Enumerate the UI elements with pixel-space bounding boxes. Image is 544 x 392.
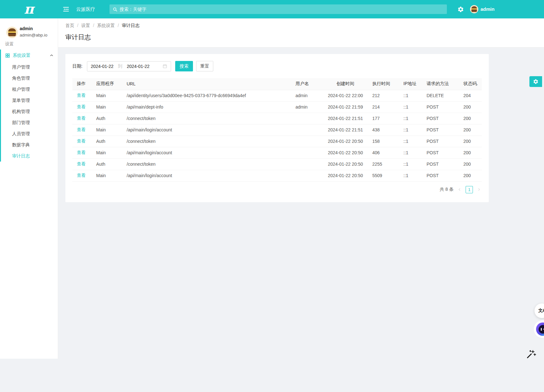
cell-user bbox=[291, 158, 323, 170]
global-search[interactable] bbox=[109, 4, 447, 14]
translate-icon: 文A bbox=[538, 308, 544, 314]
table-row: 查看 Main /api/main/dept-info admin 2024-0… bbox=[72, 101, 482, 113]
cell-user bbox=[291, 124, 323, 136]
cell-status: 200 bbox=[459, 113, 482, 124]
cell-ip: ::1 bbox=[399, 158, 422, 170]
settings-gear-icon[interactable] bbox=[457, 6, 464, 13]
sidebar-section-label: 设置 bbox=[5, 41, 14, 47]
sidebar-user-name: admin bbox=[20, 26, 33, 31]
filter-bar: 日期: 2024-01-22 到 2024-01-22 搜索 重置 bbox=[72, 61, 482, 71]
cell-status: 200 bbox=[459, 124, 482, 136]
robot-icon bbox=[539, 325, 544, 334]
cell-elapsed: 158 bbox=[368, 136, 399, 147]
view-link[interactable]: 查看 bbox=[72, 170, 92, 181]
view-link[interactable]: 查看 bbox=[72, 101, 92, 113]
sidebar-item-audit-log[interactable]: 审计日志 bbox=[1, 150, 58, 162]
cell-user: admin bbox=[291, 90, 323, 101]
content-card: 日期: 2024-01-22 到 2024-01-22 搜索 重置 操作 应用程… bbox=[65, 54, 489, 202]
cell-user bbox=[291, 147, 323, 158]
cell-method: POST bbox=[422, 113, 459, 124]
cell-status: 200 bbox=[459, 170, 482, 181]
app-root: π 云派医疗 admin bbox=[0, 0, 544, 392]
chevron-up-icon bbox=[50, 54, 53, 57]
cell-created: 2024-01-22 20:50 bbox=[323, 170, 368, 181]
view-link[interactable]: 查看 bbox=[72, 124, 92, 136]
cell-url: /connect/token bbox=[122, 158, 291, 170]
cell-created: 2024-01-22 20:50 bbox=[323, 158, 368, 170]
cell-created: 2024-01-22 21:59 bbox=[323, 101, 368, 113]
cell-elapsed: 212 bbox=[368, 90, 399, 101]
view-link[interactable]: 查看 bbox=[72, 147, 92, 158]
cell-status: 200 bbox=[459, 136, 482, 147]
title-strip: 首页 / 设置 / 系统设置 / 审计日志 审计日志 bbox=[58, 18, 544, 48]
breadcrumb-settings[interactable]: 设置 bbox=[81, 23, 90, 29]
cell-url: /api/identity/users/3a0d00ee-9425-0373-6… bbox=[122, 90, 291, 101]
sidebar-item-menu-management[interactable]: 菜单管理 bbox=[1, 95, 58, 106]
date-to-value[interactable]: 2024-01-22 bbox=[127, 64, 150, 69]
col-status: 状态码. bbox=[459, 78, 482, 90]
reset-button[interactable]: 重置 bbox=[196, 61, 213, 71]
magic-wand-button[interactable] bbox=[526, 349, 536, 359]
cell-app: Main bbox=[92, 101, 122, 113]
breadcrumb-separator: / bbox=[93, 23, 94, 29]
prev-page-icon[interactable] bbox=[457, 186, 462, 193]
sidebar-group-system-settings[interactable]: 系统设置 bbox=[1, 50, 58, 62]
breadcrumb-system-settings[interactable]: 系统设置 bbox=[97, 23, 115, 29]
date-to-label: 到 bbox=[118, 63, 123, 69]
cell-elapsed: 5509 bbox=[368, 170, 399, 181]
cell-user bbox=[291, 113, 323, 124]
view-link[interactable]: 查看 bbox=[72, 136, 92, 147]
ai-assistant-button[interactable] bbox=[536, 322, 544, 336]
view-link[interactable]: 查看 bbox=[72, 90, 92, 101]
cell-ip: ::1 bbox=[399, 90, 422, 101]
cell-elapsed: 214 bbox=[368, 101, 399, 113]
cell-status: 200 bbox=[459, 158, 482, 170]
date-filter-label: 日期: bbox=[72, 63, 83, 69]
table-row: 查看 Main /api/main/login/account 2024-01-… bbox=[72, 147, 482, 158]
sidebar-item-staff-management[interactable]: 人员管理 bbox=[1, 128, 58, 139]
breadcrumb-home[interactable]: 首页 bbox=[65, 23, 74, 29]
sidebar-item-role-management[interactable]: 角色管理 bbox=[1, 73, 58, 84]
cell-elapsed: 2255 bbox=[368, 158, 399, 170]
date-range-picker[interactable]: 2024-01-22 到 2024-01-22 bbox=[87, 61, 171, 71]
sidebar-item-tenant-management[interactable]: 租户管理 bbox=[1, 84, 58, 95]
pagination: 共 8 条 1 bbox=[72, 186, 482, 193]
table-row: 查看 Main /api/main/login/account 2024-01-… bbox=[72, 124, 482, 136]
header-avatar[interactable] bbox=[470, 5, 478, 13]
sidebar-avatar[interactable] bbox=[6, 27, 18, 38]
app-title: 云派医疗 bbox=[76, 0, 95, 18]
cell-app: Main bbox=[92, 170, 122, 181]
theme-settings-drawer-button[interactable] bbox=[529, 76, 542, 87]
top-header: π 云派医疗 admin bbox=[0, 0, 544, 18]
header-username[interactable]: admin bbox=[481, 0, 494, 18]
logo[interactable]: π bbox=[0, 0, 58, 18]
sidebar-item-dept-management[interactable]: 部门管理 bbox=[1, 117, 58, 128]
next-page-icon[interactable] bbox=[476, 186, 482, 193]
cell-user bbox=[291, 136, 323, 147]
view-link[interactable]: 查看 bbox=[72, 113, 92, 124]
cell-status: 200 bbox=[459, 147, 482, 158]
breadcrumb: 首页 / 设置 / 系统设置 / 审计日志 bbox=[65, 23, 140, 29]
search-input[interactable] bbox=[120, 7, 444, 12]
sidebar-item-user-management[interactable]: 用户管理 bbox=[1, 62, 58, 73]
cell-ip: ::1 bbox=[399, 170, 422, 181]
view-link[interactable]: 查看 bbox=[72, 158, 92, 170]
table-row: 查看 Main /api/main/login/account 2024-01-… bbox=[72, 170, 482, 181]
date-from-value[interactable]: 2024-01-22 bbox=[91, 64, 114, 69]
search-button[interactable]: 搜索 bbox=[175, 61, 193, 71]
menu-fold-icon[interactable] bbox=[62, 5, 70, 13]
col-action: 操作 bbox=[72, 78, 92, 90]
cell-url: /api/main/login/account bbox=[122, 124, 291, 136]
sidebar-group-label: 系统设置 bbox=[13, 53, 30, 58]
cell-created: 2024-01-22 21:51 bbox=[323, 124, 368, 136]
breadcrumb-current: 审计日志 bbox=[122, 23, 140, 29]
translate-button[interactable]: 文A bbox=[534, 303, 544, 318]
cell-elapsed: 438 bbox=[368, 124, 399, 136]
col-application: 应用程序 bbox=[92, 78, 122, 90]
cell-ip: ::1 bbox=[399, 101, 422, 113]
cell-created: 2024-01-22 20:50 bbox=[323, 147, 368, 158]
page-number-1[interactable]: 1 bbox=[466, 186, 473, 193]
sidebar-item-data-dictionary[interactable]: 数据字典 bbox=[1, 139, 58, 150]
sidebar-item-org-management[interactable]: 机构管理 bbox=[1, 106, 58, 117]
sidebar: admin admin@abp.io 设置 系统设置 用户管理 角色管理 租户管… bbox=[0, 18, 58, 359]
